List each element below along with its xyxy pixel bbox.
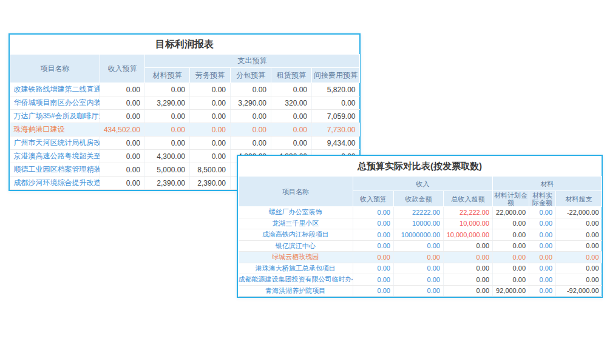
project-name-link[interactable]: 顺德工业园区档案管理精装饰工程 [10,163,100,177]
cell-value: 0.00 [556,218,602,229]
table-row[interactable]: 成都能源建设集团投资有限公司临时办公场所装修0.000.000.000.000.… [239,274,602,286]
project-name-link[interactable]: 成都能源建设集团投资有限公司临时办公场所装修 [239,274,353,286]
cell-value: 0.00 [145,136,190,150]
cell-value: 7,059.00 [312,110,360,123]
cell-value: 0.00 [493,274,529,286]
cell-value: 0.00 [394,285,444,297]
cell-value: 0.00 [353,285,394,297]
table-row[interactable]: 珠海鹤港口建设434,502.000.000.000.000.007,730.0… [10,123,360,136]
cell-value: 0.00 [444,285,493,297]
cell-value: 0.00 [493,218,529,229]
budget-actual-compare-title: 总预算实际对比表(按发票取数) [238,156,602,176]
col-header-material-overspend[interactable]: 材料超支 [556,191,602,207]
cell-value: 0.00 [394,274,444,286]
cell-value: 0.00 [271,110,312,123]
cell-value: 0.00 [100,96,145,110]
cell-value: 0.00 [190,123,231,136]
project-name-link[interactable]: 华侨城项目南区办公室内装修工程 [10,96,100,110]
table-row[interactable]: 绿城云栖玫瑰园0.000.000.000.000.000.00 [239,252,602,263]
cell-value: 0.00 [271,83,312,96]
cell-value: 5,820.00 [312,83,360,96]
project-name-link[interactable]: 京港澳高速公路粤境韶关至广州互 [10,150,100,163]
project-name-link[interactable]: 螺丝厂办公室装饰 [239,207,353,218]
table-row[interactable]: 改建铁路线增建第二线直通线（成0.000.000.000.000.005,820… [10,83,360,96]
cell-value: 10,000,000.00 [444,229,493,241]
cell-value: 0.00 [231,136,271,150]
col-header-material-planned-amount[interactable]: 材料计划金额 [493,191,529,207]
project-name-link[interactable]: 绿城云栖玫瑰园 [239,252,353,263]
cell-value: -92,000.00 [556,285,602,297]
table-row[interactable]: 万达广场35#会所及咖啡厅空调安0.000.000.000.000.007,05… [10,110,360,123]
table-row[interactable]: 龙湖三千里小区0.0010000.0010,000.000.000.000.00 [239,218,602,229]
col-header-project-name[interactable]: 项目名称 [239,177,353,207]
cell-value: 0.00 [556,263,602,274]
cell-value: 5,000.00 [145,163,190,177]
project-name-link[interactable]: 改建铁路线增建第二线直通线（成 [10,83,100,96]
cell-value: 0.00 [529,240,556,252]
cell-value: 0.00 [190,136,231,150]
table-row[interactable]: 青海洪湖养护院项目0.000.000.0092,000.000.00-92,00… [239,285,602,297]
cell-value: 0.00 [271,123,312,136]
cell-value: 0.00 [353,252,394,263]
cell-value: 9,434.00 [312,136,360,150]
cell-value: 0.00 [231,123,271,136]
project-name-link[interactable]: 成渝高铁内江标段项目 [239,229,353,241]
cell-value: 0.00 [444,263,493,274]
cell-value: 0.00 [190,96,231,110]
cell-value: 0.00 [556,229,602,241]
cell-value: 10000000.00 [394,229,444,241]
table-row[interactable]: 广州市天河区统计局机房改造项目0.000.000.000.000.009,434… [10,136,360,150]
col-header-material-budget[interactable]: 材料预算 [145,68,190,83]
cell-value: 0.00 [312,96,360,110]
cell-value: 0.00 [353,229,394,241]
cell-value: 0.00 [556,274,602,286]
cell-value: 0.00 [271,136,312,150]
col-header-received-amount[interactable]: 收款金额 [394,191,444,207]
project-name-link[interactable]: 银亿滨江中心 [239,240,353,252]
cell-value: 0.00 [100,150,145,163]
col-header-total-income-overage[interactable]: 总收入超额 [444,191,493,207]
cell-value: 434,502.00 [100,123,145,136]
cell-value: 2,390.00 [190,177,231,190]
project-name-link[interactable]: 成都沙河环境综合提升改造运河护 [10,177,100,190]
cell-value: 0.00 [493,229,529,241]
project-name-link[interactable]: 港珠澳大桥施工总承包项目 [239,263,353,274]
col-header-project-name[interactable]: 项目名称 [10,55,100,83]
cell-value: 0.00 [529,252,556,263]
table-row[interactable]: 螺丝厂办公室装饰0.0022222.0022,222.0022,000.000.… [239,207,602,218]
cell-value: 0.00 [100,83,145,96]
col-header-expense-budget-group: 支出预算 [145,55,360,68]
col-header-income-group: 收入 [353,177,493,191]
col-header-labor-budget[interactable]: 劳务预算 [190,68,231,83]
cell-value: 0.00 [145,83,190,96]
cell-value: 7,730.00 [312,123,360,136]
col-header-lease-budget[interactable]: 租赁预算 [271,68,312,83]
col-header-indirect-cost-budget[interactable]: 间接费用预算 [312,68,360,83]
table-row[interactable]: 银亿滨江中心0.000.000.000.000.000.00 [239,240,602,252]
project-name-link[interactable]: 青海洪湖养护院项目 [239,285,353,297]
cell-value: 320.00 [271,96,312,110]
cell-value: 0.00 [353,240,394,252]
col-header-income-budget[interactable]: 收入预算 [100,55,145,83]
col-header-material-actual-amount[interactable]: 材料实际金额 [529,191,556,207]
project-name-link[interactable]: 龙湖三千里小区 [239,218,353,229]
cell-value: 22,222.00 [444,207,493,218]
cell-value: 0.00 [556,240,602,252]
col-header-subcontract-budget[interactable]: 分包预算 [231,68,271,83]
cell-value: 0.00 [353,263,394,274]
project-name-link[interactable]: 珠海鹤港口建设 [10,123,100,136]
cell-value: 0.00 [529,229,556,241]
project-name-link[interactable]: 广州市天河区统计局机房改造项目 [10,136,100,150]
table-row[interactable]: 成渝高铁内江标段项目0.0010000000.0010,000,000.000.… [239,229,602,241]
col-header-material-group: 材料 [493,177,602,191]
project-name-link[interactable]: 万达广场35#会所及咖啡厅空调安 [10,110,100,123]
table-row[interactable]: 港珠澳大桥施工总承包项目0.000.000.000.000.000.00 [239,263,602,274]
cell-value: 0.00 [231,110,271,123]
cell-value: 8,500.00 [190,163,231,177]
table-row[interactable]: 华侨城项目南区办公室内装修工程0.003,290.000.003,290.003… [10,96,360,110]
cell-value: 4,300.00 [145,150,190,163]
cell-value: 0.00 [529,207,556,218]
cell-value: 0.00 [394,252,444,263]
cell-value: 10,000.00 [444,218,493,229]
col-header-income-budget[interactable]: 收入预算 [353,191,394,207]
